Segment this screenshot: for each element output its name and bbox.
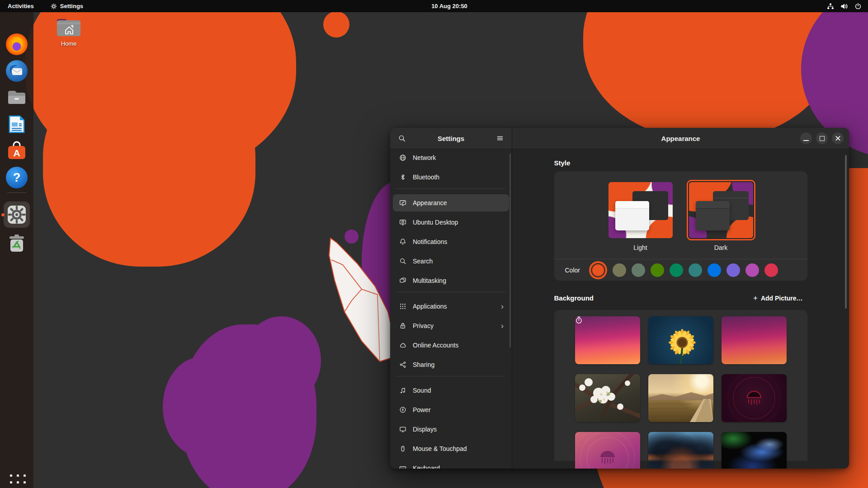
color-swatch-viridian[interactable] [670, 263, 683, 277]
chevron-right-icon: › [501, 302, 504, 310]
sidebar-headerbar: Settings [390, 128, 512, 149]
add-picture-button[interactable]: + Add Picture… [749, 291, 807, 305]
clock[interactable]: 10 Aug 20:50 [431, 3, 467, 9]
activities-button[interactable]: Activities [8, 3, 34, 9]
style-heading: Style [554, 159, 807, 167]
sidebar-item-ubuntu-desktop[interactable]: Ubuntu Desktop [393, 214, 509, 231]
sidebar-scrollbar[interactable] [509, 153, 511, 347]
sidebar-item-sound[interactable]: Sound [393, 382, 509, 399]
wallpaper-blob [583, 0, 836, 140]
wallpaper-thumb-wavy-gradient[interactable] [575, 316, 640, 364]
color-swatch-prussian-green[interactable] [689, 263, 702, 277]
style-option-dark[interactable]: Dark [687, 180, 755, 259]
search-icon [399, 258, 406, 265]
dock-item-files[interactable] [6, 87, 28, 108]
style-option-label: Light [606, 244, 675, 251]
wallpaper-thumb-jellyfish-pink[interactable] [575, 432, 640, 469]
sidebar-item-label: Search [413, 258, 433, 265]
network-icon [399, 154, 406, 161]
gear-icon [51, 3, 57, 9]
sidebar-item-network[interactable]: Network [393, 149, 509, 166]
dock-item-thunderbird[interactable] [6, 60, 28, 82]
wallpaper-thumb-yellow-flower[interactable] [648, 316, 713, 364]
color-swatch-purple[interactable] [726, 263, 740, 277]
main-headerbar: Appearance [512, 128, 849, 149]
close-button[interactable] [832, 132, 844, 144]
sidebar-item-appearance[interactable]: Appearance [393, 194, 509, 211]
color-swatch-blue[interactable] [708, 263, 721, 277]
sound-note-icon [399, 387, 406, 394]
sidebar-item-search[interactable]: Search [393, 253, 509, 270]
plus-icon: + [753, 294, 758, 302]
sidebar-item-applications[interactable]: Applications › [393, 298, 509, 315]
system-tray[interactable] [827, 3, 862, 10]
color-swatch-olive[interactable] [651, 263, 664, 277]
sidebar-item-online-accounts[interactable]: Online Accounts [393, 337, 509, 354]
main-scrollbar[interactable] [845, 155, 847, 309]
settings-gear-icon [6, 204, 28, 225]
svg-text:A: A [13, 148, 20, 158]
maximize-button[interactable] [816, 132, 828, 144]
sidebar-item-label: Network [413, 154, 436, 161]
dock-item-ubuntu-software[interactable]: A [6, 140, 28, 162]
minimize-button[interactable] [800, 132, 812, 144]
show-applications-button[interactable] [10, 474, 26, 488]
ubuntu-software-icon: A [6, 140, 28, 162]
wallpaper-thumb-jellyfish-dark[interactable] [722, 374, 787, 422]
sidebar-item-label: Keyboard [413, 465, 440, 469]
sidebar-item-multitasking[interactable]: Multitasking [393, 272, 509, 289]
sidebar-item-sharing[interactable]: Sharing [393, 356, 509, 373]
sidebar-item-label: Displays [413, 426, 437, 433]
light-style-preview [606, 180, 675, 240]
sidebar-item-bluetooth[interactable]: Bluetooth [393, 169, 509, 186]
search-button[interactable] [395, 131, 409, 145]
wallpaper-thumb-blue-fractal[interactable] [722, 432, 787, 469]
sidebar-title: Settings [438, 135, 464, 142]
sidebar-nav: Network Bluetooth Appearance [393, 149, 509, 469]
chevron-right-icon: › [501, 322, 504, 330]
blossom-graphic [575, 374, 640, 422]
dock-item-help[interactable]: ? [6, 167, 28, 188]
wallpaper-thumb-wavy-gradient-dark[interactable] [722, 316, 787, 364]
color-swatch-red[interactable] [764, 263, 778, 277]
wallpaper-thumb-white-blossom[interactable] [575, 374, 640, 422]
sidebar-item-label: Notifications [413, 238, 447, 245]
dock-item-firefox[interactable] [6, 33, 28, 55]
style-option-light[interactable]: Light [606, 180, 675, 259]
sidebar-item-power[interactable]: Power [393, 401, 509, 418]
color-swatch-sage[interactable] [632, 263, 645, 277]
applications-icon [399, 303, 406, 310]
help-icon: ? [6, 167, 28, 188]
privacy-lock-icon [399, 322, 406, 329]
sidebar-item-label: Mouse & Touchpad [413, 445, 467, 452]
style-card: Light Dark [554, 171, 807, 281]
sidebar-item-displays[interactable]: Displays [393, 421, 509, 438]
sidebar-item-keyboard[interactable]: Keyboard [393, 460, 509, 469]
primary-menu-button[interactable] [493, 131, 507, 145]
sidebar-item-label: Sound [413, 387, 431, 394]
jellyfish-graphic [722, 374, 787, 422]
sidebar-separator [396, 376, 505, 376]
dock-item-trash[interactable] [6, 233, 28, 254]
notifications-icon [399, 238, 406, 245]
wallpaper-thumb-lake-sunset[interactable] [648, 432, 713, 469]
color-swatch-magenta[interactable] [745, 263, 759, 277]
sidebar-item-notifications[interactable]: Notifications [393, 233, 509, 250]
files-icon [6, 87, 28, 108]
top-bar: Activities Settings 10 Aug 20:50 [0, 0, 868, 12]
bluetooth-icon [399, 174, 406, 181]
dock-item-settings[interactable] [6, 204, 28, 225]
background-grid [554, 310, 807, 461]
dock-item-libreoffice-writer[interactable] [6, 113, 28, 135]
app-menu-button[interactable]: Settings [51, 3, 83, 9]
wallpaper-thumb-golden-field-path[interactable] [648, 374, 713, 422]
style-option-label: Dark [687, 244, 755, 251]
wallpaper-mascot-horn [326, 233, 398, 368]
sidebar-item-mouse-touchpad[interactable]: Mouse & Touchpad [393, 440, 509, 457]
color-swatch-orange[interactable] [589, 261, 607, 279]
sidebar-item-privacy[interactable]: Privacy › [393, 317, 509, 334]
desktop-icon-home[interactable]: Home [54, 16, 83, 47]
dock-separator [7, 192, 26, 193]
keyboard-icon [399, 465, 406, 469]
color-swatch-bark[interactable] [613, 263, 626, 277]
